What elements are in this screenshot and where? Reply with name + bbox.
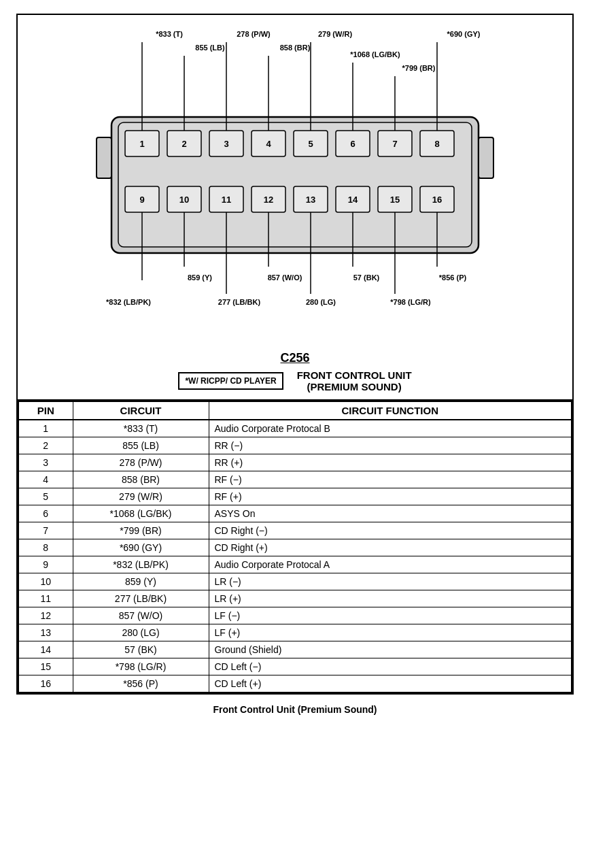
circuit-value: *798 (LG/R) [73, 658, 209, 675]
table-row: 11277 (LB/BK)LR (+) [18, 590, 572, 607]
svg-text:4: 4 [266, 139, 271, 149]
pin-number: 5 [18, 488, 73, 505]
svg-text:1: 1 [139, 139, 144, 149]
table-row: 6*1068 (LG/BK)ASYS On [18, 505, 572, 522]
svg-text:7: 7 [392, 139, 397, 149]
circuit-value: *1068 (LG/BK) [73, 505, 209, 522]
svg-text:12: 12 [264, 195, 273, 205]
table-row: 3278 (P/W)RR (+) [18, 454, 572, 471]
unit-title-section: *W/ RICPP/ CD PLAYER FRONT CONTROL UNIT … [24, 369, 566, 393]
svg-text:280 (LG): 280 (LG) [306, 298, 336, 306]
circuit-function: RF (−) [209, 471, 572, 488]
circuit-function: LR (−) [209, 573, 572, 590]
pin-number: 13 [18, 624, 73, 641]
svg-text:3: 3 [224, 139, 228, 149]
table-row: 2855 (LB)RR (−) [18, 437, 572, 454]
circuit-value: 855 (LB) [73, 437, 209, 454]
svg-text:2: 2 [181, 139, 186, 149]
svg-text:14: 14 [348, 195, 358, 205]
circuit-value: *833 (T) [73, 420, 209, 437]
svg-text:11: 11 [222, 195, 231, 205]
svg-rect-35 [97, 137, 111, 178]
circuit-value: 858 (BR) [73, 471, 209, 488]
pin-number: 11 [18, 590, 73, 607]
svg-text:*856 (P): *856 (P) [439, 273, 467, 282]
table-row: 1*833 (T)Audio Corporate Protocal B [18, 420, 572, 437]
svg-text:858 (BR): 858 (BR) [280, 44, 311, 52]
table-row: 8*690 (GY)CD Right (+) [18, 539, 572, 556]
circuit-value: *799 (BR) [73, 522, 209, 539]
svg-text:*1068 (LG/BK): *1068 (LG/BK) [350, 50, 400, 59]
svg-text:15: 15 [390, 195, 400, 205]
svg-rect-36 [479, 137, 493, 178]
svg-text:855 (LB): 855 (LB) [195, 44, 225, 52]
svg-text:8: 8 [434, 139, 439, 149]
table-row: 7*799 (BR)CD Right (−) [18, 522, 572, 539]
table-row: 4858 (BR)RF (−) [18, 471, 572, 488]
svg-text:279 (W/R): 279 (W/R) [318, 30, 352, 38]
circuit-value: 857 (W/O) [73, 607, 209, 624]
svg-text:16: 16 [432, 195, 442, 205]
svg-text:57 (BK): 57 (BK) [353, 273, 380, 282]
circuit-value: 57 (BK) [73, 641, 209, 658]
unit-title-line2: (PREMIUM SOUND) [297, 381, 412, 393]
svg-text:859 (Y): 859 (Y) [188, 273, 212, 282]
diagram-section: 1 2 3 4 5 6 7 8 [18, 15, 572, 393]
table-row: 12857 (W/O)LF (−) [18, 607, 572, 624]
svg-text:*690 (GY): *690 (GY) [447, 30, 481, 38]
col-circuit-header: CIRCUIT [73, 401, 209, 420]
table-row: 9*832 (LB/PK)Audio Corporate Protocal A [18, 556, 572, 573]
circuit-value: *856 (P) [73, 675, 209, 693]
circuit-value: 280 (LG) [73, 624, 209, 641]
pin-number: 15 [18, 658, 73, 675]
pin-number: 16 [18, 675, 73, 693]
pin-number: 7 [18, 522, 73, 539]
svg-text:*832 (LB/PK): *832 (LB/PK) [106, 298, 151, 306]
svg-text:*833 (T): *833 (T) [156, 30, 183, 38]
circuit-function: LR (+) [209, 590, 572, 607]
circuit-function: Audio Corporate Protocal B [209, 420, 572, 437]
circuit-function: LF (−) [209, 607, 572, 624]
footer-title: Front Control Unit (Premium Sound) [213, 704, 377, 715]
circuit-function: CD Left (−) [209, 658, 572, 675]
page-border: 1 2 3 4 5 6 7 8 [16, 14, 574, 695]
col-function-header: CIRCUIT FUNCTION [209, 401, 572, 420]
svg-text:10: 10 [179, 195, 189, 205]
circuit-function: RF (+) [209, 488, 572, 505]
connector-diagram: 1 2 3 4 5 6 7 8 [57, 22, 533, 344]
circuit-function: Ground (Shield) [209, 641, 572, 658]
circuit-function: Audio Corporate Protocal A [209, 556, 572, 573]
pin-number: 10 [18, 573, 73, 590]
svg-text:*798 (LG/R): *798 (LG/R) [390, 298, 431, 306]
unit-title: FRONT CONTROL UNIT (PREMIUM SOUND) [297, 369, 412, 393]
table-row: 1457 (BK)Ground (Shield) [18, 641, 572, 658]
pin-number: 9 [18, 556, 73, 573]
table-row: 13280 (LG)LF (+) [18, 624, 572, 641]
circuit-value: 278 (P/W) [73, 454, 209, 471]
pin-number: 3 [18, 454, 73, 471]
table-row: 16*856 (P)CD Left (+) [18, 675, 572, 693]
circuit-function: CD Left (+) [209, 675, 572, 693]
table-row: 15*798 (LG/R)CD Left (−) [18, 658, 572, 675]
unit-label-box: *W/ RICPP/ CD PLAYER [178, 372, 283, 390]
svg-text:13: 13 [306, 195, 315, 205]
pin-number: 6 [18, 505, 73, 522]
circuit-function: CD Right (+) [209, 539, 572, 556]
circuit-value: *832 (LB/PK) [73, 556, 209, 573]
circuit-function: RR (+) [209, 454, 572, 471]
connector-id: C256 [24, 351, 566, 365]
pin-number: 8 [18, 539, 73, 556]
table-section: PIN CIRCUIT CIRCUIT FUNCTION 1*833 (T)Au… [18, 399, 572, 693]
svg-text:5: 5 [308, 139, 313, 149]
svg-text:857 (W/O): 857 (W/O) [268, 273, 302, 282]
circuit-value: 277 (LB/BK) [73, 590, 209, 607]
table-row: 5279 (W/R)RF (+) [18, 488, 572, 505]
pin-number: 12 [18, 607, 73, 624]
svg-text:6: 6 [350, 139, 355, 149]
circuit-value: 279 (W/R) [73, 488, 209, 505]
circuit-value: *690 (GY) [73, 539, 209, 556]
svg-text:*799 (BR): *799 (BR) [402, 64, 436, 72]
circuit-function: LF (+) [209, 624, 572, 641]
circuit-function: ASYS On [209, 505, 572, 522]
col-pin-header: PIN [18, 401, 73, 420]
